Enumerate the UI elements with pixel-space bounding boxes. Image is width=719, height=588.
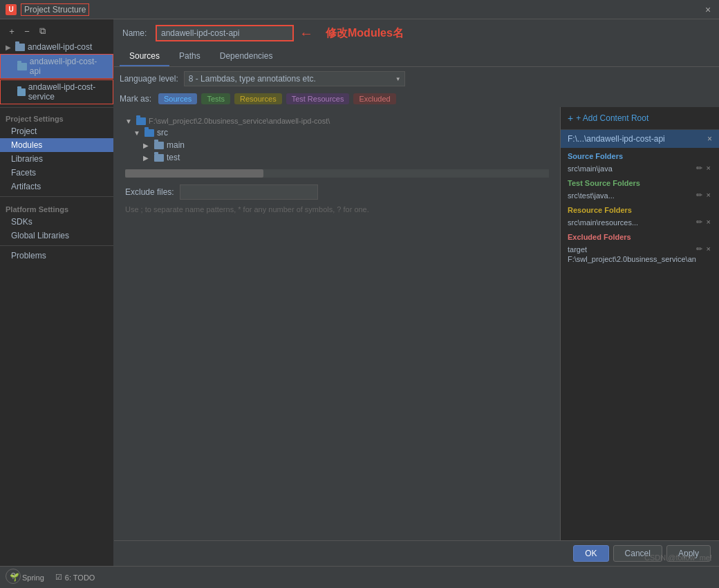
content-root-close[interactable]: × <box>707 134 712 144</box>
arrow-icon: ← <box>299 26 313 41</box>
title-bar: U Project Structure × <box>0 0 719 19</box>
tree-toggle-src[interactable]: ▼ <box>133 129 142 137</box>
excluded-folder-path-2: F:\swl_project\2.0business_service\an <box>568 255 712 263</box>
watermark: CSDN @follow_me! <box>644 553 712 562</box>
mark-tests-button[interactable]: Tests <box>201 93 230 104</box>
scroll-thumb[interactable] <box>125 169 263 178</box>
source-folders-section: Source Folders src\main\java ✏ × <box>561 148 719 175</box>
test-folder-remove[interactable]: × <box>705 191 712 200</box>
mark-test-resources-button[interactable]: Test Resources <box>286 93 350 104</box>
sidebar-toolbar: + − ⧉ <box>0 22 113 40</box>
left-sidebar: + − ⧉ ▶ andawell-ipd-cost andawell-ipd-c… <box>0 19 114 566</box>
annotation-text: 修改Modules名 <box>326 26 404 41</box>
bottom-bar: 🌱 Spring ☑ 6: TODO <box>0 566 719 588</box>
exclude-files-input[interactable] <box>180 184 318 200</box>
tree-root[interactable]: ▼ F:\swl_project\2.0business_service\and… <box>120 115 554 126</box>
resource-folder-row: src\main\resources... ✏ × <box>568 217 712 227</box>
tab-paths[interactable]: Paths <box>169 47 210 66</box>
src-folder-icon <box>144 129 154 137</box>
mark-excluded-button[interactable]: Excluded <box>353 93 395 104</box>
file-tree: ▼ F:\swl_project\2.0business_service\and… <box>120 113 554 167</box>
ok-button[interactable]: OK <box>573 545 608 562</box>
tree-toggle-test[interactable]: ▶ <box>143 154 151 162</box>
source-folder-row: src\main\java ✏ × <box>568 163 712 173</box>
mark-resources-button[interactable]: Resources <box>234 93 282 104</box>
excluded-folder-row-1: target ✏ × <box>568 244 712 254</box>
source-folders-title: Source Folders <box>568 152 712 160</box>
source-folder-actions: ✏ × <box>695 164 712 173</box>
close-button[interactable]: × <box>702 4 713 15</box>
sidebar-item-libraries[interactable]: Libraries <box>0 152 113 166</box>
source-folder-remove[interactable]: × <box>705 164 712 173</box>
language-level-select[interactable]: 8 - Lambdas, type annotations etc. <box>184 71 405 86</box>
test-folder-edit[interactable]: ✏ <box>695 191 704 200</box>
todo-status[interactable]: ☑ 6: TODO <box>51 571 100 583</box>
tree-test[interactable]: ▶ test <box>120 151 554 164</box>
test-folder-icon <box>154 154 164 162</box>
tree-main[interactable]: ▶ main <box>120 139 554 151</box>
module-item-cost-api[interactable]: andawell-ipd-cost-api <box>0 54 113 79</box>
mark-as-row: Mark as: Sources Tests Resources Test Re… <box>114 91 719 107</box>
module-item-cost[interactable]: ▶ andawell-ipd-cost <box>0 40 113 54</box>
add-content-root-button[interactable]: + + Add Content Root <box>561 107 719 130</box>
sources-content: ▼ F:\swl_project\2.0business_service\and… <box>114 107 719 540</box>
test-source-folder-row: src\test\java... ✏ × <box>568 190 712 200</box>
resource-folder-actions: ✏ × <box>695 218 712 227</box>
module-label-cost-service: andawell-ipd-cost-service <box>28 82 107 102</box>
tab-dependencies[interactable]: Dependencies <box>210 47 283 66</box>
test-label: test <box>167 153 180 162</box>
content-root-label: F:\...\andawell-ipd-cost-api <box>568 134 665 144</box>
content-root-header: F:\...\andawell-ipd-cost-api × <box>561 130 719 148</box>
main-label: main <box>167 140 185 150</box>
title-bar-left: U Project Structure <box>6 3 89 16</box>
exclude-files-row: Exclude files: <box>120 180 554 204</box>
sidebar-item-modules[interactable]: Modules <box>0 138 113 152</box>
excluded-folder-row-2: F:\swl_project\2.0business_service\an <box>568 254 712 264</box>
spring-label: Spring <box>22 573 44 582</box>
copy-module-button[interactable]: ⧉ <box>36 25 48 37</box>
sidebar-item-global-libraries[interactable]: Global Libraries <box>0 229 113 243</box>
sidebar-item-project[interactable]: Project <box>0 124 113 138</box>
resource-folder-edit[interactable]: ✏ <box>695 218 704 227</box>
module-label-cost: andawell-ipd-cost <box>28 42 92 52</box>
excluded-folder-remove-1[interactable]: × <box>705 245 712 254</box>
project-settings-header: Project Settings <box>0 111 113 124</box>
sidebar-item-sdks[interactable]: SDKs <box>0 215 113 229</box>
dialog-actions: OK Cancel Apply <box>114 540 719 566</box>
name-input[interactable] <box>156 25 294 41</box>
excluded-folder-edit-1[interactable]: ✏ <box>695 245 704 254</box>
sidebar-item-problems[interactable]: Problems <box>0 249 113 263</box>
todo-label: 6: TODO <box>65 573 95 582</box>
src-label: src <box>157 128 168 137</box>
tree-src[interactable]: ▼ src <box>120 126 554 139</box>
module-label-cost-api: andawell-ipd-cost-api <box>30 57 107 76</box>
sidebar-item-artifacts[interactable]: Artifacts <box>0 180 113 193</box>
excluded-folder-actions-1: ✏ × <box>695 245 712 254</box>
test-source-folder-path: src\test\java... <box>568 191 695 200</box>
test-source-folders-section: Test Source Folders src\test\java... ✏ × <box>561 175 719 202</box>
source-folder-edit[interactable]: ✏ <box>695 164 704 173</box>
sidebar-item-facets[interactable]: Facets <box>0 166 113 180</box>
help-button[interactable]: ? <box>6 569 21 584</box>
tree-toggle-root[interactable]: ▼ <box>125 117 133 125</box>
test-source-folders-title: Test Source Folders <box>568 179 712 187</box>
test-source-folder-actions: ✏ × <box>695 191 712 200</box>
mark-sources-button[interactable]: Sources <box>158 93 197 104</box>
add-module-button[interactable]: + <box>6 25 18 37</box>
tabs-bar: Sources Paths Dependencies <box>114 47 719 67</box>
resource-folders-section: Resource Folders src\main\resources... ✏… <box>561 202 719 229</box>
root-path-text: F:\swl_project\2.0business_service\andaw… <box>149 117 330 125</box>
remove-module-button[interactable]: − <box>21 25 33 37</box>
right-details-panel: + + Add Content Root F:\...\andawell-ipd… <box>560 107 719 540</box>
tab-sources[interactable]: Sources <box>120 47 169 66</box>
language-level-row: Language level: 8 - Lambdas, type annota… <box>114 67 719 91</box>
window-title: Project Structure <box>21 3 89 16</box>
resource-folder-remove[interactable]: × <box>705 218 712 227</box>
exclude-hint: Use ; to separate name patterns, * for a… <box>120 204 554 218</box>
resource-folder-path: src\main\resources... <box>568 218 695 227</box>
tree-toggle-main[interactable]: ▶ <box>143 142 151 149</box>
resource-folders-title: Resource Folders <box>568 206 712 214</box>
mark-as-label: Mark as: <box>120 94 151 104</box>
module-item-cost-service[interactable]: andawell-ipd-cost-service <box>0 79 113 104</box>
horizontal-scrollbar[interactable] <box>125 169 549 178</box>
